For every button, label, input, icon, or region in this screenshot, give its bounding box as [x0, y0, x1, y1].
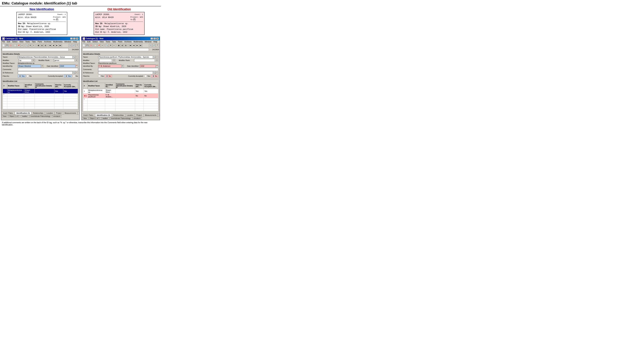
right-tb-prev[interactable]: ◀ — [132, 44, 135, 47]
left-maximize-btn[interactable]: □ — [73, 37, 76, 40]
right-comments-input[interactable] — [98, 68, 158, 71]
left-list-row-1[interactable]: ★1 Metaplacenticeras sp. Shawn Wied... Y… — [3, 89, 78, 93]
right-tab-measurements[interactable]: Measurements — [144, 114, 158, 117]
left-menu-archives[interactable]: Archives — [44, 41, 51, 43]
left-tab-project[interactable]: Project — [54, 112, 63, 115]
right-filed-as-no-radio[interactable] — [106, 75, 108, 77]
right-tab-identification[interactable]: Identification (1) — [95, 114, 112, 117]
right-list-row-1[interactable]: 1 Metaplacenticeras sp. Shawn Wied... Ye… — [83, 89, 158, 93]
right-tb-grid2[interactable]: ▤ — [120, 44, 124, 47]
left-taxon-icon1[interactable]: 🔍 — [73, 56, 75, 58]
right-tb-cancel[interactable]: 🚫 — [89, 44, 92, 47]
right-modifier-dropdown[interactable]: ▼ — [113, 59, 115, 62]
right-tb-grid3[interactable]: ▥ — [124, 44, 127, 47]
left-tb-cancel[interactable]: 🚫 — [9, 44, 12, 47]
right-menu-tabs[interactable]: Tabs — [112, 41, 116, 43]
right-close-btn[interactable]: ✕ — [156, 37, 159, 40]
right-cal-btn[interactable]: 📅 — [156, 65, 158, 67]
right-modifier-rank-input[interactable] — [134, 59, 155, 62]
right-tb-attach[interactable]: 📎 — [149, 44, 152, 47]
right-menu-parts[interactable]: Parts — [118, 41, 122, 43]
right-minimize-btn[interactable]: _ — [150, 37, 153, 40]
left-currently-accepted-yes-radio[interactable] — [65, 75, 68, 77]
left-tab-registrar[interactable]: Registrar — [78, 112, 79, 115]
right-menu-help[interactable]: Help — [153, 41, 157, 43]
left-tb-save[interactable]: 💾 — [6, 44, 8, 47]
left-id-ref-icon1[interactable]: 🔍 — [73, 71, 75, 74]
left-tb-last[interactable]: ▶| — [59, 44, 62, 47]
right-tb-undo[interactable]: ↩ — [101, 44, 104, 47]
left-menu-help[interactable]: Help — [73, 41, 77, 43]
right-list-row-2[interactable]: ★2 Placenticeras pacificum F. M. Anders.… — [83, 93, 158, 98]
right-tab-project[interactable]: Project — [135, 114, 143, 117]
left-identified-by-input[interactable] — [18, 65, 41, 67]
left-taxon-icon2[interactable]: + — [76, 56, 78, 58]
left-tb-paste[interactable]: 📌 — [17, 44, 20, 47]
left-menu-window[interactable]: Window — [64, 41, 71, 43]
right-tab-location[interactable]: Location — [125, 114, 135, 117]
left-tb-search2[interactable]: ⚙ — [29, 44, 32, 47]
left-tb-search1[interactable]: 🔍 — [25, 44, 28, 47]
left-menu-file[interactable]: File — [2, 41, 5, 43]
right-menu-view[interactable]: View — [100, 41, 104, 43]
left-tb-grid2[interactable]: ▤ — [40, 44, 44, 47]
left-modifier-rank-dropdown[interactable]: ▼ — [76, 59, 78, 62]
right-tb-copy[interactable]: 📋 — [94, 44, 97, 47]
right-identified-by-input[interactable] — [98, 65, 121, 67]
left-menu-multimedia[interactable]: Multimedia — [53, 41, 62, 43]
right-taxon-icon1[interactable]: 🔍 — [153, 56, 156, 58]
left-tb-first[interactable]: |◀ — [48, 44, 52, 47]
right-tb-paste[interactable]: 📌 — [97, 44, 100, 47]
right-menu-window[interactable]: Window — [145, 41, 152, 43]
left-id-ref-input[interactable] — [18, 71, 72, 74]
right-tab-relationships[interactable]: Relationships — [112, 114, 125, 117]
right-currently-accepted-yes-radio[interactable] — [144, 75, 147, 77]
left-tb-copy[interactable]: 📋 — [14, 44, 17, 47]
right-currently-accepted-no-box[interactable]: No — [151, 75, 158, 77]
left-date-input[interactable] — [60, 65, 76, 67]
left-tb-grid3[interactable]: ▥ — [44, 44, 47, 47]
right-menu-tools[interactable]: Tools — [106, 41, 110, 43]
right-filed-as-yes-radio[interactable] — [98, 75, 100, 77]
right-currently-accepted-no-radio[interactable] — [152, 75, 154, 77]
right-id-ref-icon1[interactable]: 🔍 — [153, 71, 156, 74]
right-tb-help[interactable]: ? — [156, 44, 159, 47]
left-minimize-btn[interactable]: _ — [70, 37, 73, 40]
left-filed-as-yes-radio[interactable] — [19, 75, 21, 77]
right-menu-select[interactable]: Select — [92, 41, 98, 43]
left-menu-tabs[interactable]: Tabs — [32, 41, 36, 43]
right-tb-last[interactable]: ▶| — [139, 44, 142, 47]
right-filed-as-no-box[interactable]: No — [105, 75, 112, 77]
right-tb-next[interactable]: ▶ — [136, 44, 139, 47]
right-identified-by-dropdown[interactable]: ▼ — [121, 65, 124, 67]
left-tb-undo[interactable]: ↩ — [20, 44, 24, 47]
right-tb-new[interactable]: 📄 — [82, 44, 86, 47]
left-identified-by-dropdown[interactable]: ▼ — [41, 65, 44, 67]
left-tb-prev[interactable]: ◀ — [52, 44, 55, 47]
left-tb-help[interactable]: ? — [76, 44, 79, 47]
left-modifier-rank-input[interactable] — [54, 59, 74, 62]
left-menu-parts[interactable]: Parts — [38, 41, 42, 43]
left-filed-as-no-radio[interactable] — [26, 75, 29, 77]
right-id-ref-icon2[interactable]: + — [156, 71, 158, 74]
left-menu-tools[interactable]: Tools — [25, 41, 30, 43]
left-tab-relationships[interactable]: Relationships — [32, 112, 45, 115]
right-menu-edit[interactable]: Edit — [87, 41, 90, 43]
left-menu-edit[interactable]: Edit — [7, 41, 10, 43]
right-modifier-rank-dropdown[interactable]: ▼ — [156, 59, 158, 62]
left-tb-attach2[interactable]: 🔗 — [72, 44, 75, 47]
left-tb-next[interactable]: ▶ — [55, 44, 58, 47]
right-tb-search1[interactable]: 🔍 — [106, 44, 109, 47]
right-taxon-input[interactable] — [98, 56, 153, 58]
right-taxon-icon2[interactable]: + — [156, 56, 158, 58]
left-tb-attach[interactable]: 📎 — [68, 44, 72, 47]
right-date-input[interactable] — [140, 65, 156, 67]
left-tab-location[interactable]: Location — [45, 112, 54, 115]
right-tb-filter[interactable]: ≡ — [112, 44, 116, 47]
right-search-input[interactable] — [82, 48, 149, 51]
left-tb-new[interactable]: 📄 — [2, 44, 5, 47]
left-tab-measurements[interactable]: Measurements — [63, 112, 78, 115]
left-menu-select[interactable]: Select — [12, 41, 17, 43]
left-tab-identification[interactable]: Identification (1) — [15, 112, 31, 115]
left-cal-btn[interactable]: 📅 — [76, 65, 78, 67]
